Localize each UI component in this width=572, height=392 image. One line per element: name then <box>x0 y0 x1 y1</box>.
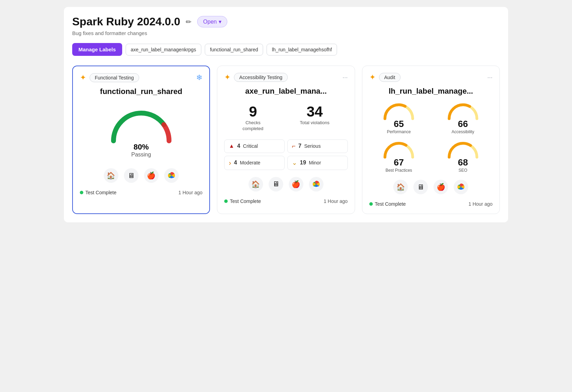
functional-testing-card[interactable]: ✦ Functional Testing ❄ functional_run_sh… <box>72 66 210 214</box>
spark-icon-2: ✦ <box>224 73 230 82</box>
card-3-header: ✦ Audit ··· <box>369 73 493 82</box>
status-dot-2 <box>224 199 228 203</box>
card-1-status: Test Complete <box>80 190 116 195</box>
card-3-status: Test Complete <box>369 201 406 207</box>
serious-label: Serious <box>304 143 320 149</box>
moderate-count: 4 <box>234 160 237 166</box>
accessibility-testing-card[interactable]: ✦ Accessibility Testing ··· axe_run_labe… <box>217 66 355 214</box>
perf-score: 65 <box>394 119 404 129</box>
minor-count: 19 <box>300 160 306 166</box>
checks-label: Checkscompleted <box>243 120 263 132</box>
bp-label: Best Practices <box>386 168 412 173</box>
card-2-time: 1 Hour ago <box>323 198 347 204</box>
platform-apple-1: 🍎 <box>144 168 159 183</box>
best-practices-gauge: 67 Best Practices <box>369 139 429 173</box>
platform-apple-3: 🍎 <box>434 180 448 194</box>
card-1-time: 1 Hour ago <box>178 190 202 195</box>
status-dot-3 <box>369 202 373 206</box>
audit-card[interactable]: ✦ Audit ··· lh_run_label_manage... 65 Pe… <box>362 66 500 214</box>
card-3-type: Audit <box>379 73 401 82</box>
platform-icons-1: 🏠 🖥 🍎 <box>80 168 202 183</box>
card-2-header: ✦ Accessibility Testing ··· <box>224 73 347 82</box>
minor-violation: ⌄ 19 Minor <box>287 156 348 170</box>
seo-gauge-svg <box>446 139 480 160</box>
card-2-footer: Test Complete 1 Hour ago <box>224 198 347 204</box>
a11y-label: Accessibility <box>452 129 474 134</box>
platform-desktop-3: 🖥 <box>413 180 428 194</box>
moderate-icon: › <box>229 159 231 167</box>
spark-icon-3: ✦ <box>369 73 376 82</box>
violations-stat: 34 Total violations <box>300 103 329 132</box>
critical-count: 4 <box>237 143 240 149</box>
performance-gauge: 65 Performance <box>369 101 429 134</box>
platform-chrome-2 <box>309 177 323 191</box>
gauge-svg-1 <box>107 104 176 146</box>
moderate-label: Moderate <box>240 160 260 165</box>
minor-label: Minor <box>309 160 321 165</box>
card-2-status: Test Complete <box>224 198 261 204</box>
page-wrapper: Spark Ruby 2024.0.0 ✏ Open ▾ Bug fixes a… <box>64 7 508 222</box>
platform-home-3: 🏠 <box>393 180 408 194</box>
label-tag-2: functional_run_shared <box>205 44 263 56</box>
critical-icon: ▲ <box>229 143 234 149</box>
platform-desktop-2: 🖥 <box>269 177 283 191</box>
spark-icon-1: ✦ <box>80 73 86 82</box>
checks-stat: 9 Checkscompleted <box>243 103 263 132</box>
edit-icon[interactable]: ✏ <box>186 18 192 26</box>
critical-label: Critical <box>243 143 258 149</box>
checks-number: 9 <box>243 103 263 120</box>
subtitle: Bug fixes and formatter changes <box>72 30 500 36</box>
platform-apple-2: 🍎 <box>289 177 303 191</box>
platform-chrome-1 <box>164 168 179 183</box>
card-3-run-name: lh_run_label_manage... <box>369 87 493 96</box>
card-2-type: Accessibility Testing <box>234 73 287 82</box>
seo-score: 68 <box>458 157 468 168</box>
header: Spark Ruby 2024.0.0 ✏ Open ▾ <box>72 15 500 28</box>
card-1-header: ✦ Functional Testing ❄ <box>80 73 202 82</box>
bp-score: 67 <box>394 157 404 168</box>
accessibility-stats: 9 Checkscompleted 34 Total violations <box>224 103 347 132</box>
critical-violation: ▲ 4 Critical <box>224 139 285 153</box>
more-options-icon-2[interactable]: ··· <box>343 74 348 81</box>
snowflake-icon: ❄ <box>196 73 202 82</box>
seo-gauge: 68 SEO <box>433 139 493 173</box>
bp-gauge-svg <box>381 139 416 160</box>
gauge-sublabel: Passing <box>131 152 151 158</box>
functional-gauge: 80% Passing <box>80 104 202 158</box>
status-badge[interactable]: Open ▾ <box>197 16 227 27</box>
violations-grid: ▲ 4 Critical ⌐ 7 Serious › 4 Moderate ⌄ … <box>224 139 347 170</box>
accessibility-gauge: 66 Accessibility <box>433 101 493 134</box>
platform-icons-2: 🏠 🖥 🍎 <box>224 177 347 191</box>
platform-chrome-3 <box>454 180 468 194</box>
platform-home-1: 🏠 <box>104 168 118 183</box>
labels-row: Manage Labels axe_run_label_managenkrpgs… <box>72 43 500 56</box>
serious-violation: ⌐ 7 Serious <box>287 139 348 153</box>
card-1-footer: Test Complete 1 Hour ago <box>80 190 202 195</box>
card-3-footer: Test Complete 1 Hour ago <box>369 201 493 207</box>
more-options-icon-3[interactable]: ··· <box>487 74 493 81</box>
card-1-type: Functional Testing <box>90 73 139 82</box>
status-dot-1 <box>80 191 83 194</box>
serious-count: 7 <box>298 143 302 149</box>
seo-label: SEO <box>459 168 467 173</box>
audit-gauges: 65 Performance 66 Accessibility <box>369 101 493 173</box>
a11y-score: 66 <box>458 119 468 129</box>
moderate-violation: › 4 Moderate <box>224 156 285 170</box>
status-label: Open <box>203 19 217 25</box>
platform-icons-3: 🏠 🖥 🍎 <box>369 180 493 194</box>
serious-icon: ⌐ <box>292 143 296 150</box>
cards-row: ✦ Functional Testing ❄ functional_run_sh… <box>72 66 500 214</box>
violations-label: Total violations <box>300 120 329 126</box>
minor-icon: ⌄ <box>292 159 297 167</box>
a11y-gauge-svg <box>446 101 480 121</box>
label-tag-3: lh_run_label_managehsofhf <box>267 44 337 56</box>
platform-home-2: 🏠 <box>249 177 263 191</box>
perf-label: Performance <box>387 129 411 134</box>
manage-labels-button[interactable]: Manage Labels <box>72 43 122 56</box>
gauge-percent: 80% <box>134 143 149 152</box>
platform-desktop-1: 🖥 <box>124 168 138 183</box>
chevron-down-icon: ▾ <box>219 18 221 25</box>
violations-number: 34 <box>300 103 329 120</box>
perf-gauge-svg <box>381 101 416 121</box>
card-2-run-name: axe_run_label_mana... <box>224 87 347 96</box>
